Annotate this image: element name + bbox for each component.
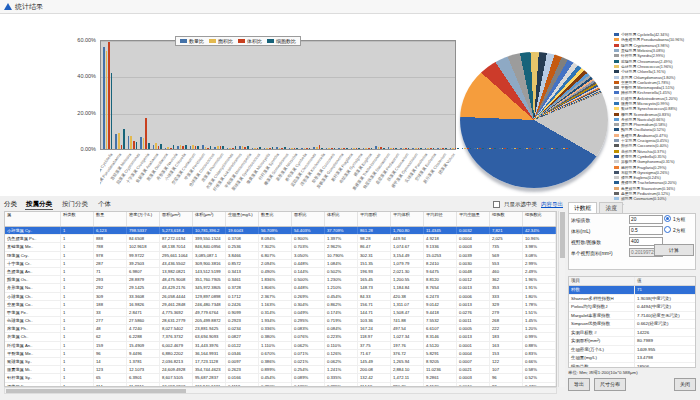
table-cell: 0.454% [259, 374, 292, 381]
table-cell: 1 [61, 374, 94, 381]
bar-group [561, 41, 570, 149]
table-row[interactable]: 平裂藻属 Me..1969.44966,880.220236,164.99310… [5, 350, 556, 358]
table-cell: 1 [61, 276, 94, 283]
bar [390, 148, 392, 149]
bar-legend-item: 体积比 [238, 38, 262, 44]
table-row[interactable]: 席藻属 Ph..1484.72408,027.540223,881.94250.… [5, 325, 556, 333]
table-cell: 1 [61, 317, 94, 324]
legend-label: 菱形藻属 Nitzschia(0.37%) [621, 149, 666, 154]
scrollbar-thumb[interactable] [560, 212, 565, 258]
bar-group [549, 41, 558, 149]
legend-swatch-icon [614, 81, 619, 84]
radio-option[interactable]: 1方框 [664, 215, 694, 222]
bar [210, 146, 212, 149]
field-input[interactable]: 0.5 [629, 226, 663, 235]
bar-group [190, 41, 199, 149]
table-cell: 9.0142 [424, 301, 457, 308]
table-cell: 31,443.3976 [193, 342, 226, 349]
result-row[interactable]: Pielou均匀度指数J0.4494(中度污染) [569, 303, 695, 312]
table-row[interactable]: 小球藻属 Ch..130933.360826,058.4444129,897.0… [5, 293, 556, 301]
table-cell: 0.0097 [226, 358, 259, 365]
table-cell: 39.2503 [127, 260, 160, 267]
table-cell: 420.38 [391, 293, 424, 300]
result-row[interactable]: 实测目标数 #14226 [569, 329, 695, 338]
table-cell: 2.367% [259, 293, 292, 300]
table-cell: 1,472.11 [391, 374, 424, 381]
table-row[interactable]: 甲藻属 Pe..1332.84714,775.369249,779.67640.… [5, 309, 556, 317]
calculate-button[interactable]: 计算 [654, 244, 694, 256]
result-row[interactable]: 实测面积(mm²)80.7989 [569, 337, 695, 346]
bar [356, 148, 358, 149]
table-cell: 2,036.8213 [160, 358, 193, 365]
legend-label: 裸藻属 Euglena(0.24%) [621, 175, 661, 180]
panel-tab-计数框[interactable]: 计数框 [568, 202, 597, 213]
table-row[interactable]: 微囊藻属 Mi..112312.107324,609.4928354,744.4… [5, 366, 556, 374]
result-row[interactable]: 种数71 [569, 286, 695, 295]
result-row[interactable]: Simpson优势度指数0.662(轻度污染) [569, 320, 695, 329]
table-row[interactable]: 伪鱼腥藻属 Ps..188884.650887,272.0194399,550.… [5, 235, 556, 243]
table-cell: 1.397% [325, 235, 358, 242]
result-row[interactable]: 生物量(mg/L)13.4798 [569, 354, 695, 363]
radio-icon[interactable] [664, 215, 671, 222]
scrollbar-thumb[interactable] [6, 389, 186, 393]
result-row[interactable]: Margalef丰富度指数7.7140(轻度至无污染) [569, 312, 695, 321]
table-row[interactable]: 色球藻属 Ch..127727.586028,631.2779205,499.8… [5, 317, 556, 325]
bar [524, 148, 526, 149]
table-vertical-scrollbar[interactable] [558, 211, 565, 387]
table-cell: 376.72 [391, 350, 424, 357]
table-row[interactable]: 聚球藻属 Sy..1141.37812,036.821317,723.11280… [5, 358, 556, 366]
show-only-checkbox[interactable] [493, 201, 500, 208]
content-export-link[interactable]: 内容导出 [541, 201, 563, 208]
table-cell: 0.076% [292, 333, 325, 340]
legend-label: 小环藻属 Cyclotella(42.34%) [621, 32, 669, 37]
tab-个体[interactable]: 个体 [97, 200, 112, 210]
column-header: 体积比 [325, 212, 358, 226]
legend-swatch-icon [614, 91, 619, 94]
table-row[interactable]: 舟形藻属 Na..129229.142543,429.2176345,972.3… [5, 284, 556, 292]
bar [321, 148, 323, 149]
result-row[interactable]: Shannon多样性指数H1.9038(中度污染) [569, 295, 695, 304]
result-row[interactable]: 细胞总数18506 [569, 363, 695, 369]
table-row[interactable]: 纤维藻属 An..115915.49096,002.467931,443.397… [5, 342, 556, 350]
table-cell: 87,272.0194 [160, 235, 193, 242]
bar-group [264, 41, 273, 149]
result-row[interactable]: 生物密度(万个/L)1409.955 [569, 346, 695, 355]
table-row[interactable]: 小环藻属 Cy..16,123798.53375,273,618.410,781… [5, 227, 556, 235]
radio-option[interactable]: 2方框 [664, 226, 694, 233]
legend-label: 针杆藻属 Synedra(2.99%) [621, 53, 665, 58]
size-distribution-button[interactable]: 尺寸分布 [594, 378, 626, 391]
table-cell: 0.9099 [226, 309, 259, 316]
table-cell: 8.3146 [424, 333, 457, 340]
table-cell: 5,273,618.4 [160, 227, 193, 234]
export-button[interactable]: 导出 [568, 378, 590, 391]
table-row[interactable]: 颤藻属 Os..129328.887948,475.9008351,760.79… [5, 276, 556, 284]
radio-icon[interactable] [664, 226, 671, 233]
table-row[interactable]: 鱼腥藻属 An..1716.980713,982.0821143,512.519… [5, 268, 556, 276]
field-input[interactable]: 20 [629, 215, 663, 224]
table-cell: 0.0007 [457, 358, 490, 365]
table-row[interactable]: 衣藻属 Ch..1626.22887,376.373263,694.90930.… [5, 333, 556, 341]
table-row[interactable]: 隐藻属 Cry..197899.9722295,661.10643,085,08… [5, 252, 556, 260]
table-row[interactable]: 针杆藻属 Sy..1656.39018,607.510595,687.28370… [5, 374, 556, 382]
legend-swatch-icon [614, 97, 619, 100]
table-cell: 8,607.5105 [160, 374, 193, 381]
table-cell: 65 [94, 374, 127, 381]
table-horizontal-scrollbar[interactable] [4, 387, 557, 394]
table-cell: 1 [61, 293, 94, 300]
bar-group [338, 41, 347, 149]
table-cell: 1.241% [325, 366, 358, 373]
tab-按属分类[interactable]: 按属分类 [25, 200, 53, 210]
close-button[interactable]: 关闭 [674, 378, 696, 391]
table-row[interactable]: 空星藻属 Co..118816.982629,461.2848246,480.7… [5, 301, 556, 309]
table-cell: 1,508.47 [391, 309, 424, 316]
bar [425, 148, 427, 149]
tab-按门分类[interactable]: 按门分类 [61, 200, 89, 210]
table-cell: 0.0030 [457, 260, 490, 267]
table-row[interactable]: 直链藻属 Me..1788102.961868,138.7014846,840.… [5, 243, 556, 251]
table-cell: 42.34% [523, 227, 556, 234]
panel-tab-浓度[interactable]: 浓度 [599, 202, 623, 213]
bar-group [289, 41, 298, 149]
legend-swatch-icon [267, 39, 274, 43]
table-cell: 11.4345 [424, 227, 457, 234]
table-row[interactable]: 十字藻属 Cr..128739.250343,436.5502309,900.3… [5, 260, 556, 268]
